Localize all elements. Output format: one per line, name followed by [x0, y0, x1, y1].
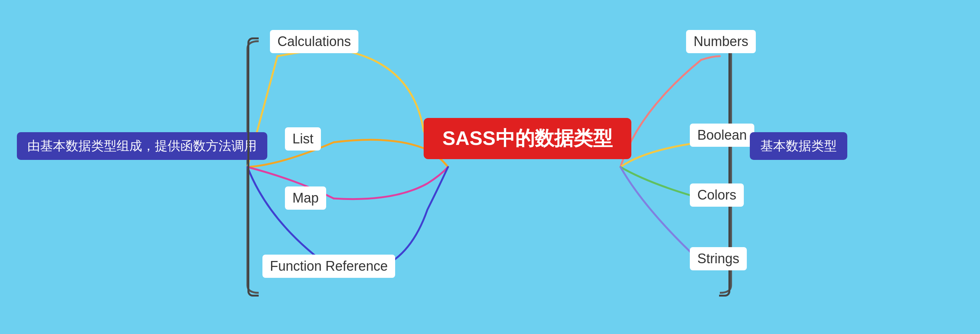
node-list: List — [285, 127, 321, 150]
node-map-label: Map — [293, 190, 319, 206]
node-calculations: Calculations — [270, 30, 358, 53]
right-label-text: 基本数据类型 — [760, 138, 837, 155]
left-bracket — [247, 38, 259, 296]
node-numbers-label: Numbers — [694, 34, 748, 49]
node-calculations-label: Calculations — [277, 34, 351, 49]
left-label-text: 由基本数据类型组成，提供函数方法调用 — [27, 138, 257, 155]
node-boolean: Boolean — [690, 123, 754, 147]
node-colors-label: Colors — [697, 187, 736, 203]
node-function-reference: Function Reference — [262, 255, 395, 278]
node-colors: Colors — [690, 184, 744, 207]
connections-svg — [0, 0, 980, 334]
center-node: SASS中的数据类型 — [424, 118, 632, 159]
node-list-label: List — [293, 131, 313, 147]
node-map: Map — [285, 187, 326, 210]
node-strings: Strings — [690, 247, 747, 270]
center-node-title: SASS中的数据类型 — [442, 125, 612, 152]
node-function-reference-label: Function Reference — [270, 258, 388, 274]
right-label-node: 基本数据类型 — [750, 132, 847, 160]
node-strings-label: Strings — [697, 251, 739, 267]
node-boolean-label: Boolean — [697, 127, 747, 143]
mind-map: 由基本数据类型组成，提供函数方法调用 Calculations List Map… — [0, 0, 980, 334]
left-label-node: 由基本数据类型组成，提供函数方法调用 — [17, 132, 267, 160]
node-numbers: Numbers — [686, 30, 756, 53]
